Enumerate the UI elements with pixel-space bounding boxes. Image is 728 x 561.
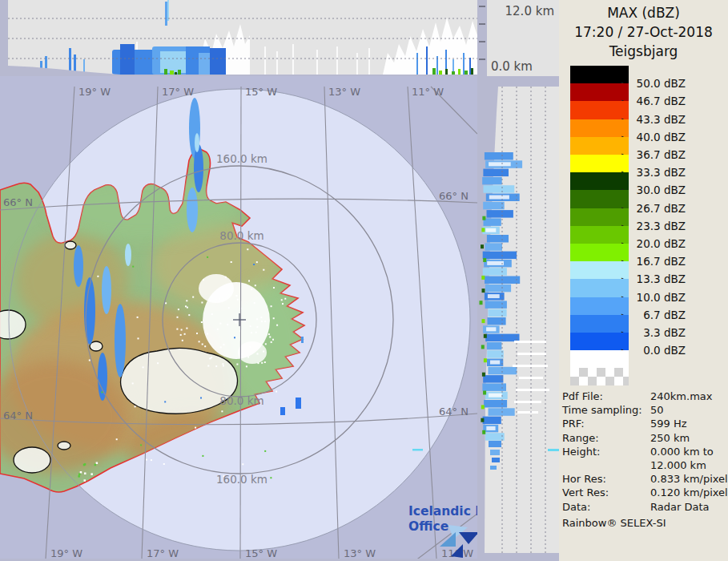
metadata-row: Height:0.000 km to	[559, 446, 728, 459]
meridian-label-bottom: 15° W	[245, 547, 277, 559]
scale-label: ▸40.0 dBZ	[621, 131, 686, 143]
scale-band	[570, 208, 629, 227]
scale-band	[570, 119, 629, 138]
right-profile-canvas	[477, 76, 559, 561]
scale-band	[570, 137, 629, 155]
ring-label-160-bottom: 160.0 km	[216, 473, 267, 486]
top-profile-canvas	[0, 0, 477, 76]
scale-label: ▸30.0 dBZ	[621, 184, 686, 196]
metadata-row: PRF:599 Hz	[559, 418, 728, 431]
color-scale: ▸50.0 dBZ▸46.7 dBZ▸43.3 dBZ▸40.0 dBZ▸36.…	[559, 0, 728, 401]
scale-band	[570, 83, 629, 102]
scale-band	[570, 315, 629, 333]
scale-label-text: 20.0 dBZ	[637, 237, 686, 250]
scale-band	[570, 172, 629, 191]
transparency-checkerboard	[570, 368, 629, 385]
scale-label: ▸23.3 dBZ	[621, 220, 686, 232]
radar-map-canvas: 19° W 17° W 15° W 13° W 11° W 19° W 17° …	[0, 76, 477, 561]
scale-label-text: 33.3 dBZ	[637, 166, 686, 179]
meridian-label-top: 11° W	[412, 86, 444, 98]
brand-label: Rainbow® SELEX-SI	[562, 517, 666, 529]
scale-label-text: 3.3 dBZ	[643, 326, 686, 339]
metadata-label: Data:	[562, 501, 590, 513]
metadata-row: Hor Res:0.833 km/pixel	[559, 473, 728, 486]
scale-label-text: 23.3 dBZ	[637, 220, 686, 232]
scale-label: ▸13.3 dBZ	[621, 273, 686, 285]
scale-label: ▸20.0 dBZ	[621, 238, 686, 249]
scale-label: ▸16.7 dBZ	[621, 256, 686, 267]
myrdalsjokull-glacier	[14, 447, 50, 473]
cyan-echo-dash	[412, 449, 423, 451]
meridian-label-top: 15° W	[245, 86, 277, 98]
metadata-label: Pdf File:	[562, 390, 603, 402]
metadata-value: Radar Data	[650, 501, 709, 513]
parallel-label-left: 66° N	[3, 196, 33, 208]
scale-band-below-zero	[570, 350, 629, 368]
meridian-label-bottom: 19° W	[50, 547, 82, 559]
scale-label: ▸26.7 dBZ	[621, 203, 686, 214]
scale-label-text: 46.7 dBZ	[637, 95, 686, 107]
metadata-value: 599 Hz	[650, 418, 687, 430]
radar-map-panel[interactable]: 19° W 17° W 15° W 13° W 11° W 19° W 17° …	[0, 76, 477, 561]
scale-label-text: 36.7 dBZ	[637, 148, 686, 161]
metadata-value: 0.833 km/pixel	[650, 473, 728, 485]
metadata-row: Pdf File:240km.max	[559, 390, 728, 404]
scale-label-text: 40.0 dBZ	[637, 131, 686, 143]
scale-label: ▸6.7 dBZ	[621, 309, 686, 321]
scale-band	[570, 190, 629, 208]
scale-label-text: 50.0 dBZ	[637, 77, 686, 90]
metadata-value: 50	[650, 404, 664, 416]
scale-band	[570, 155, 629, 173]
metadata-label: PRF:	[562, 418, 585, 430]
scale-band	[570, 261, 629, 280]
height-axis-min-label: 0.0 km	[491, 59, 533, 74]
scale-label: ▸10.0 dBZ	[621, 292, 686, 303]
metadata-label: Vert Res:	[562, 486, 609, 498]
scale-label: ▸43.3 dBZ	[621, 114, 686, 125]
scale-label-text: 43.3 dBZ	[637, 113, 686, 126]
right-height-profile-panel[interactable]	[477, 76, 559, 561]
metadata-row: Data:Radar Data	[559, 501, 728, 515]
ring-label-160-top: 160.0 km	[216, 152, 267, 165]
scale-label-text: 0.0 dBZ	[643, 344, 686, 357]
metadata-row: 12.000 km	[559, 459, 728, 473]
meridian-label-top: 19° W	[78, 86, 111, 98]
parallel-label-right: 64° N	[439, 406, 469, 418]
metadata-label: Time sampling:	[562, 404, 642, 416]
scale-band	[570, 297, 629, 316]
scale-band	[570, 244, 629, 262]
scale-label-text: 16.7 dBZ	[637, 255, 686, 268]
attribution-line2: Office	[408, 519, 448, 534]
metadata-value: 0.120 km/pixel	[650, 486, 728, 498]
ring-label-80-top: 80.0 km	[219, 229, 263, 242]
meridian-label-top: 17° W	[162, 86, 194, 98]
metadata-row: Vert Res:0.120 km/pixel	[559, 486, 728, 500]
metadata-value: 240km.max	[650, 390, 712, 402]
metadata-label: Range:	[562, 432, 599, 444]
scale-band	[570, 226, 629, 244]
scale-label-text: 6.7 dBZ	[643, 309, 686, 321]
parallel-label-right: 66° N	[439, 190, 469, 202]
scale-band	[570, 333, 629, 351]
metadata-value: 12.000 km	[650, 459, 706, 471]
parallel-label-left: 64° N	[3, 410, 33, 422]
top-profile-left-margin	[0, 0, 8, 76]
top-height-profile-panel[interactable]	[0, 0, 477, 76]
ring-label-80-bottom: 80.0 km	[219, 394, 263, 407]
attribution-line1: Icelandic Met	[408, 504, 477, 519]
scale-band	[570, 101, 629, 119]
scale-label-text: 13.3 dBZ	[637, 272, 686, 285]
scale-label: ▸0.0 dBZ	[621, 345, 686, 356]
meridian-label-bottom: 17° W	[147, 547, 179, 559]
metadata-value: 250 km	[650, 432, 690, 444]
height-axis-max-label: 12.0 km	[505, 4, 554, 18]
scale-label-text: 30.0 dBZ	[637, 184, 686, 196]
scale-label: ▸33.3 dBZ	[621, 167, 686, 178]
scale-label-text: 26.7 dBZ	[637, 202, 686, 215]
legend-panel: MAX (dBZ) 17:20 / 27-Oct-2018 Teigsbjarg…	[559, 0, 728, 561]
scale-label: ▸36.7 dBZ	[621, 149, 686, 160]
cyan-echo-dash-right	[548, 449, 559, 451]
scale-band	[570, 279, 629, 297]
scale-label: ▸46.7 dBZ	[621, 95, 686, 107]
scale-label: ▸3.3 dBZ	[621, 327, 686, 338]
